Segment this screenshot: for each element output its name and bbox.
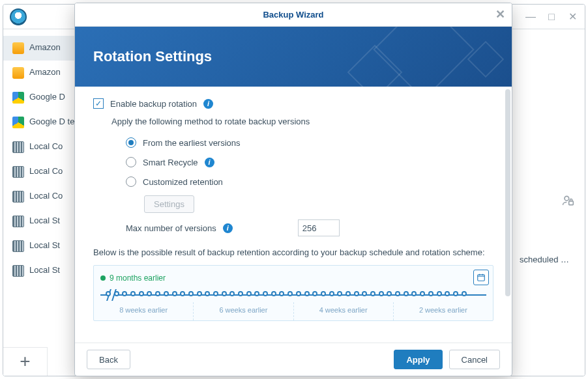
- result-description: Below is the possible result of backup r…: [93, 247, 493, 259]
- sidebar-item-label: Google D: [29, 92, 65, 102]
- sidebar-item-icon: [12, 216, 24, 227]
- sidebar-item-icon: [12, 240, 24, 252]
- dialog-titlebar: Backup Wizard ✕: [75, 3, 512, 27]
- svg-rect-2: [478, 275, 485, 281]
- retention-timeline: 9 months earlier 8 weeks earlier6 weeks …: [93, 265, 493, 321]
- info-icon[interactable]: i: [223, 223, 233, 233]
- schedule-text-fragment: scheduled …: [520, 255, 569, 264]
- info-icon[interactable]: i: [203, 99, 213, 109]
- sidebar-item-label: Amazon: [29, 42, 61, 53]
- timeline-tick-label: 6 weeks earlier: [193, 302, 293, 320]
- sidebar-item-icon: [12, 166, 24, 178]
- timeline-oldest-label: 9 months earlier: [110, 274, 166, 283]
- cancel-button[interactable]: Cancel: [449, 350, 500, 369]
- sidebar-item-label: Local Co: [29, 166, 63, 176]
- max-versions-label: Max number of versions: [126, 223, 216, 233]
- svg-rect-1: [569, 201, 574, 205]
- retention-settings-button: Settings: [144, 195, 194, 213]
- sidebar-item-label: Local Co: [29, 191, 63, 201]
- minimize-icon[interactable]: —: [525, 11, 537, 23]
- sidebar-item-icon: [12, 265, 24, 277]
- app-logo: [10, 8, 27, 25]
- timeline-tick-label: 8 weeks earlier: [94, 302, 193, 320]
- radio-smart-recycle[interactable]: [126, 157, 136, 167]
- sidebar-item-icon: [12, 191, 24, 203]
- apply-method-hint: Apply the following method to rotate bac…: [111, 117, 493, 126]
- dialog-footer: Back Apply Cancel: [75, 343, 512, 376]
- radio-earliest-label: From the earliest versions: [143, 138, 241, 148]
- radio-custom-retention[interactable]: [126, 176, 136, 187]
- backup-wizard-dialog: Backup Wizard ✕ Rotation Settings ✓ Enab…: [74, 3, 512, 376]
- sidebar-item-label: Local St: [29, 265, 60, 275]
- svg-point-0: [565, 196, 569, 201]
- calendar-icon[interactable]: [473, 270, 489, 285]
- sidebar-item-label: Local St: [29, 216, 60, 226]
- sidebar-item-icon: [12, 117, 24, 128]
- apply-button[interactable]: Apply: [394, 350, 442, 369]
- enable-rotation-label: Enable backup rotation: [110, 99, 197, 109]
- enable-rotation-checkbox[interactable]: ✓: [93, 98, 104, 109]
- sidebar-item-label: Amazon: [29, 67, 61, 77]
- back-button[interactable]: Back: [87, 350, 130, 369]
- add-task-button[interactable]: +: [3, 347, 48, 376]
- window-controls: — □ ✕: [525, 10, 578, 23]
- sidebar-item-icon: [12, 42, 24, 54]
- timeline-tick-label: 4 weeks earlier: [293, 302, 393, 320]
- sidebar-item-label: Google D test: [29, 117, 81, 127]
- lock-user-icon[interactable]: [561, 193, 574, 210]
- sidebar-item-label: Local St: [29, 240, 60, 251]
- sidebar-item-icon: [12, 141, 24, 153]
- sidebar-item-icon: [12, 92, 24, 104]
- rotation-method-group: From the earliest versions Smart Recycle…: [126, 133, 493, 191]
- close-icon[interactable]: ✕: [566, 10, 578, 23]
- dialog-hero: Rotation Settings: [75, 27, 512, 87]
- radio-custom-label: Customized retention: [143, 177, 223, 187]
- timeline-tick-label: 2 weeks earlier: [393, 302, 493, 320]
- maximize-icon[interactable]: □: [546, 11, 557, 23]
- sidebar-item-label: Local Co: [29, 141, 63, 152]
- hero-title: Rotation Settings: [93, 48, 212, 65]
- radio-earliest[interactable]: [126, 137, 136, 148]
- dialog-title: Backup Wizard: [263, 10, 323, 20]
- dialog-body: ✓ Enable backup rotation i Apply the fol…: [75, 87, 512, 343]
- sidebar-item-icon: [12, 67, 24, 79]
- dialog-close-icon[interactable]: ✕: [495, 7, 505, 21]
- radio-smart-label: Smart Recycle: [143, 158, 198, 167]
- max-versions-input[interactable]: [298, 219, 340, 236]
- info-icon[interactable]: i: [205, 158, 214, 167]
